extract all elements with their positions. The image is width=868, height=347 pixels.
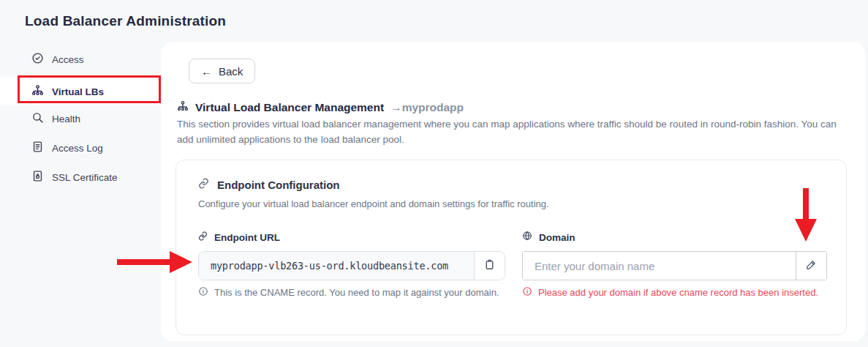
sidebar-item-label: Access xyxy=(52,54,84,65)
sidebar-item-label: SSL Certificate xyxy=(52,172,118,183)
info-icon xyxy=(522,286,532,299)
endpoint-url-label: Endpoint URL xyxy=(214,232,280,243)
globe-icon xyxy=(522,231,532,244)
copy-button[interactable] xyxy=(475,252,505,280)
card-header: Endpoint Configuration xyxy=(198,178,339,192)
domain-input[interactable] xyxy=(523,252,796,280)
app-name-breadcrumb: →myprodapp xyxy=(390,101,464,114)
sidebar-item-ssl-certificate[interactable]: SSL Certificate xyxy=(0,166,161,188)
info-icon xyxy=(198,286,208,299)
back-button-label: Back xyxy=(219,65,243,78)
link-icon xyxy=(198,231,208,244)
annotation-arrow-down xyxy=(795,188,817,242)
annotation-arrow-right xyxy=(117,251,193,273)
endpoint-helper-row: This is the CNAME record. You need to ma… xyxy=(198,286,499,299)
section-heading: Virtual Load Balancer Management →myprod… xyxy=(177,100,464,115)
clipboard-icon xyxy=(483,258,496,273)
domain-label-row: Domain xyxy=(522,231,575,244)
sidebar-item-label: Health xyxy=(52,113,80,124)
domain-input-group xyxy=(522,251,827,280)
endpoint-url-value[interactable] xyxy=(199,252,475,280)
sidebar-item-label: Access Log xyxy=(52,143,103,154)
domain-label: Domain xyxy=(539,232,575,243)
card-title: Endpoint Configuration xyxy=(217,179,339,191)
endpoint-configuration-card: Endpoint Configuration Configure your vi… xyxy=(176,160,847,335)
card-subtitle: Configure your virtual load balancer end… xyxy=(198,198,549,209)
link-icon xyxy=(198,178,209,192)
badge-check-icon xyxy=(31,52,44,67)
sidebar-item-label: Virtual LBs xyxy=(52,86,104,97)
arrow-right-glyph: → xyxy=(390,101,402,114)
file-text-icon xyxy=(31,141,44,155)
pencil-icon xyxy=(805,258,818,273)
file-lock-icon xyxy=(31,170,44,184)
endpoint-helper-text: This is the CNAME record. You need to ma… xyxy=(214,287,499,298)
section-title: Virtual Load Balancer Management xyxy=(195,101,384,114)
search-icon xyxy=(31,111,44,126)
domain-warning-row: Please add your domain if above cname re… xyxy=(522,286,818,299)
sidebar-item-access-log[interactable]: Access Log xyxy=(0,137,161,159)
app-name: myprodapp xyxy=(402,101,464,114)
sidebar-item-access[interactable]: Access xyxy=(0,48,161,70)
sitemap-icon xyxy=(177,100,189,115)
endpoint-url-group xyxy=(198,251,505,280)
main-panel: ← Back Virtual Load Balancer Management … xyxy=(161,42,865,341)
endpoint-url-label-row: Endpoint URL xyxy=(198,231,280,244)
page-title: Load Balancer Administration xyxy=(25,13,226,29)
sidebar-item-virtual-lbs[interactable]: Virtual LBs xyxy=(0,78,161,105)
back-button[interactable]: ← Back xyxy=(189,59,255,83)
back-arrow-icon: ← xyxy=(201,65,212,78)
sidebar-item-health[interactable]: Health xyxy=(0,108,161,130)
edit-domain-button[interactable] xyxy=(796,252,826,280)
sitemap-icon xyxy=(31,84,44,99)
domain-warning-text: Please add your domain if above cname re… xyxy=(538,287,818,298)
section-description: This section provides virtual load balan… xyxy=(177,116,842,148)
